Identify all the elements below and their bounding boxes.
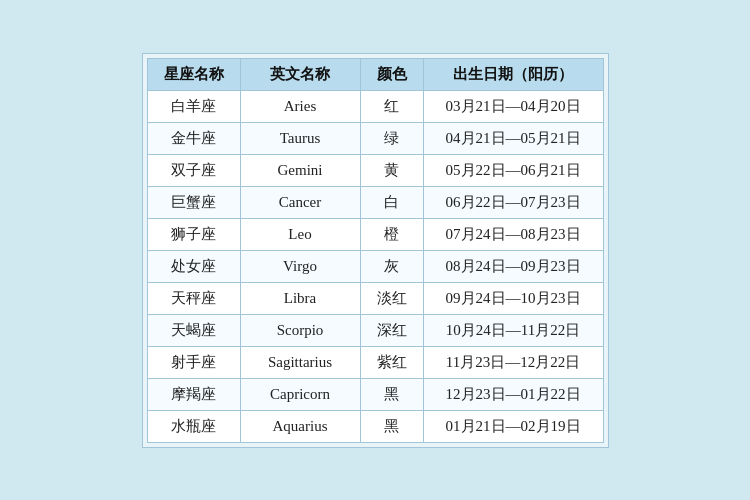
cell-color: 橙	[360, 218, 423, 250]
cell-zh-name: 狮子座	[147, 218, 240, 250]
table-header-row: 星座名称 英文名称 颜色 出生日期（阳历）	[147, 58, 603, 90]
cell-color: 紫红	[360, 346, 423, 378]
cell-date-range: 04月21日—05月21日	[423, 122, 603, 154]
cell-color: 绿	[360, 122, 423, 154]
cell-date-range: 07月24日—08月23日	[423, 218, 603, 250]
table-row: 双子座Gemini黄05月22日—06月21日	[147, 154, 603, 186]
header-date-range: 出生日期（阳历）	[423, 58, 603, 90]
cell-zh-name: 金牛座	[147, 122, 240, 154]
cell-zh-name: 白羊座	[147, 90, 240, 122]
cell-color: 淡红	[360, 282, 423, 314]
table-row: 天秤座Libra淡红09月24日—10月23日	[147, 282, 603, 314]
table-row: 天蝎座Scorpio深红10月24日—11月22日	[147, 314, 603, 346]
zodiac-table: 星座名称 英文名称 颜色 出生日期（阳历） 白羊座Aries红03月21日—04…	[147, 58, 604, 443]
cell-color: 红	[360, 90, 423, 122]
cell-zh-name: 天蝎座	[147, 314, 240, 346]
header-en-name: 英文名称	[240, 58, 360, 90]
table-row: 巨蟹座Cancer白06月22日—07月23日	[147, 186, 603, 218]
cell-en-name: Aquarius	[240, 410, 360, 442]
cell-en-name: Cancer	[240, 186, 360, 218]
cell-en-name: Capricorn	[240, 378, 360, 410]
header-zh-name: 星座名称	[147, 58, 240, 90]
cell-zh-name: 摩羯座	[147, 378, 240, 410]
header-color: 颜色	[360, 58, 423, 90]
cell-en-name: Taurus	[240, 122, 360, 154]
cell-color: 深红	[360, 314, 423, 346]
cell-date-range: 12月23日—01月22日	[423, 378, 603, 410]
table-row: 射手座Sagittarius紫红11月23日—12月22日	[147, 346, 603, 378]
table-row: 摩羯座Capricorn黑12月23日—01月22日	[147, 378, 603, 410]
cell-zh-name: 双子座	[147, 154, 240, 186]
cell-zh-name: 巨蟹座	[147, 186, 240, 218]
cell-date-range: 08月24日—09月23日	[423, 250, 603, 282]
cell-color: 白	[360, 186, 423, 218]
table-row: 狮子座Leo橙07月24日—08月23日	[147, 218, 603, 250]
cell-zh-name: 水瓶座	[147, 410, 240, 442]
cell-color: 灰	[360, 250, 423, 282]
cell-en-name: Sagittarius	[240, 346, 360, 378]
cell-color: 黑	[360, 410, 423, 442]
cell-date-range: 03月21日—04月20日	[423, 90, 603, 122]
cell-date-range: 10月24日—11月22日	[423, 314, 603, 346]
cell-en-name: Libra	[240, 282, 360, 314]
table-row: 水瓶座Aquarius黑01月21日—02月19日	[147, 410, 603, 442]
cell-en-name: Scorpio	[240, 314, 360, 346]
cell-zh-name: 射手座	[147, 346, 240, 378]
cell-zh-name: 天秤座	[147, 282, 240, 314]
zodiac-table-container: 星座名称 英文名称 颜色 出生日期（阳历） 白羊座Aries红03月21日—04…	[142, 53, 609, 448]
table-row: 处女座Virgo灰08月24日—09月23日	[147, 250, 603, 282]
cell-date-range: 11月23日—12月22日	[423, 346, 603, 378]
cell-en-name: Aries	[240, 90, 360, 122]
cell-en-name: Gemini	[240, 154, 360, 186]
cell-date-range: 09月24日—10月23日	[423, 282, 603, 314]
cell-date-range: 06月22日—07月23日	[423, 186, 603, 218]
cell-date-range: 05月22日—06月21日	[423, 154, 603, 186]
cell-en-name: Virgo	[240, 250, 360, 282]
table-row: 白羊座Aries红03月21日—04月20日	[147, 90, 603, 122]
cell-en-name: Leo	[240, 218, 360, 250]
table-row: 金牛座Taurus绿04月21日—05月21日	[147, 122, 603, 154]
cell-color: 黄	[360, 154, 423, 186]
cell-color: 黑	[360, 378, 423, 410]
cell-zh-name: 处女座	[147, 250, 240, 282]
cell-date-range: 01月21日—02月19日	[423, 410, 603, 442]
